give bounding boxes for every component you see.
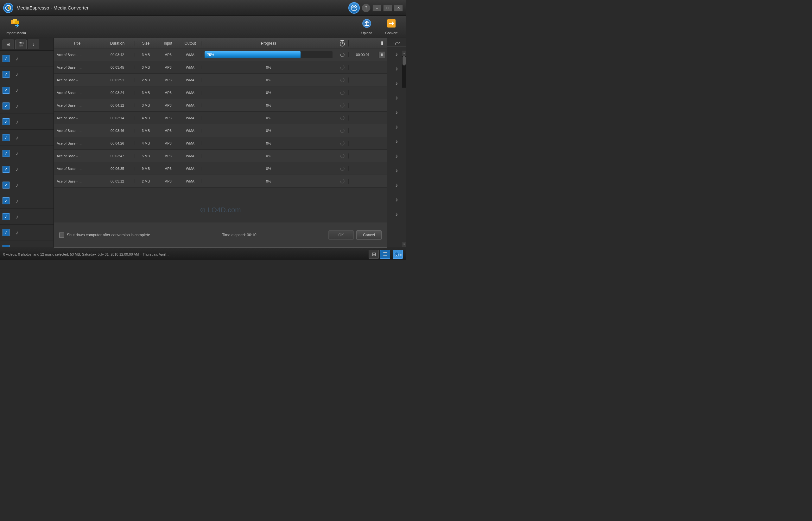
- table-row[interactable]: Ace of Base - ... 00:04:12 3 MB MP3 WMA …: [54, 99, 387, 112]
- scroll-up-arrow[interactable]: ▲: [402, 51, 406, 56]
- checkbox[interactable]: ✓: [2, 118, 9, 125]
- row-duration: 00:03:46: [100, 129, 135, 133]
- checkbox[interactable]: ✓: [2, 87, 9, 94]
- checkbox[interactable]: ✓: [2, 166, 9, 173]
- video-type-btn[interactable]: 🎬: [15, 40, 27, 49]
- progress-bar: [205, 51, 301, 58]
- checkbox[interactable]: ✓: [2, 134, 9, 141]
- time-elapsed-text: Time elapsed: 00:10: [222, 233, 256, 237]
- list-item[interactable]: ✓ ♪: [0, 161, 54, 177]
- shutdown-checkbox[interactable]: [59, 232, 64, 237]
- type-icon: ♪: [391, 107, 402, 118]
- row-input: MP3: [157, 53, 179, 56]
- row-duration: 00:06:35: [100, 167, 135, 171]
- type-icon: ♪: [391, 165, 402, 176]
- titlebar-controls: ? – □ ✕: [348, 2, 403, 14]
- table-row[interactable]: Ace of Base - ... 00:03:45 3 MB MP3 WMA …: [54, 61, 387, 74]
- row-title: Ace of Base - ...: [54, 154, 100, 158]
- row-input: MP3: [157, 116, 179, 120]
- row-output: WMA: [179, 116, 201, 120]
- pause-button[interactable]: ⏸: [379, 51, 385, 58]
- list-item[interactable]: ✓ ♪: [0, 177, 54, 193]
- checkbox[interactable]: ✓: [2, 103, 9, 110]
- row-input: MP3: [157, 66, 179, 69]
- music-type-btn[interactable]: ♪: [28, 40, 39, 49]
- status-text: 0 videos, 0 photos, and 12 music selecte…: [3, 252, 169, 256]
- table-row[interactable]: Ace of Base - ... 00:02:51 2 MB MP3 WMA …: [54, 74, 387, 86]
- checkbox[interactable]: ✓: [2, 229, 9, 236]
- svg-point-19: [340, 141, 344, 145]
- convert-label: Convert: [385, 31, 398, 35]
- list-item[interactable]: ✓ ♪: [0, 225, 54, 241]
- row-size: 3 MB: [135, 53, 157, 56]
- right-toolbar: Upload Convert: [352, 16, 406, 38]
- upload-button[interactable]: Upload: [355, 17, 379, 37]
- import-media-button[interactable]: Import Media: [3, 17, 28, 37]
- list-item[interactable]: ✓ ♪: [0, 51, 54, 66]
- list-item[interactable]: ✓ ♪: [0, 114, 54, 130]
- progress-bar-container: 75%: [205, 51, 333, 58]
- table-row[interactable]: Ace of Base - ... 00:03:14 4 MB MP3 WMA …: [54, 112, 387, 124]
- update-button[interactable]: [348, 2, 360, 14]
- table-row[interactable]: Ace of Base - ... 00:03:12 2 MB MP3 WMA …: [54, 175, 387, 187]
- help-button[interactable]: ?: [362, 3, 370, 12]
- minimize-button[interactable]: –: [372, 4, 381, 12]
- row-spinner: [336, 90, 349, 95]
- table-row[interactable]: Ace of Base - ... 00:03:24 3 MB MP3 WMA …: [54, 86, 387, 99]
- list-item[interactable]: ✓ ♪: [0, 209, 54, 225]
- table-row[interactable]: Ace of Base - ... 00:03:46 3 MB MP3 WMA …: [54, 124, 387, 137]
- conversion-table: Title Duration Size Input Output Progres…: [54, 38, 387, 222]
- checkbox[interactable]: ✓: [2, 71, 9, 78]
- table-row[interactable]: Ace of Base - ... 00:06:35 9 MB MP3 WMA …: [54, 162, 387, 175]
- grid-view-button[interactable]: ⊞: [369, 250, 379, 259]
- checkbox[interactable]: ✓: [2, 245, 9, 247]
- app-title: MediaEspresso - Media Converter: [17, 5, 348, 10]
- list-item[interactable]: ✓ ♪: [0, 193, 54, 209]
- row-progress-cell: 75%: [201, 51, 336, 58]
- row-spinner: [336, 179, 349, 184]
- list-item[interactable]: ✓ ♪: [0, 66, 54, 82]
- checkbox[interactable]: ✓: [2, 213, 9, 220]
- scroll-down-arrow[interactable]: ▼: [402, 242, 406, 247]
- progress-text: 75%: [207, 53, 214, 56]
- checkbox[interactable]: ✓: [2, 55, 9, 62]
- table-row[interactable]: Ace of Base - ... 00:03:42 3 MB MP3 WMA …: [54, 48, 387, 61]
- row-duration: 00:03:14: [100, 116, 135, 120]
- th-progress: Progress: [201, 41, 336, 46]
- convert-icon: [387, 19, 396, 30]
- list-view-button[interactable]: ☰: [380, 250, 390, 259]
- list-item[interactable]: ✓ ♪: [0, 130, 54, 145]
- convert-button[interactable]: Convert: [380, 17, 403, 37]
- row-pause-btn[interactable]: ⏸: [377, 51, 387, 58]
- list-item[interactable]: ✓ ♪: [0, 98, 54, 114]
- list-item[interactable]: ✓ ♪: [0, 82, 54, 98]
- checkbox[interactable]: ✓: [2, 182, 9, 188]
- row-input: MP3: [157, 104, 179, 107]
- maximize-button[interactable]: □: [383, 4, 392, 12]
- row-size: 2 MB: [135, 78, 157, 82]
- list-item[interactable]: ✓: [0, 241, 54, 247]
- close-button[interactable]: ✕: [394, 4, 403, 12]
- lo4d-badge: L O4D: [393, 250, 403, 259]
- row-spinner: [336, 77, 349, 83]
- music-icon: ♪: [12, 85, 22, 95]
- table-row[interactable]: Ace of Base - ... 00:04:26 4 MB MP3 WMA …: [54, 137, 387, 150]
- row-output: WMA: [179, 179, 201, 183]
- all-media-type-btn[interactable]: ⊞: [2, 40, 14, 49]
- checkbox[interactable]: ✓: [2, 150, 9, 157]
- ok-button[interactable]: OK: [328, 230, 354, 240]
- row-title: Ace of Base - ...: [54, 141, 100, 145]
- list-item[interactable]: ✓ ♪: [0, 145, 54, 161]
- type-icon: ♪: [391, 92, 402, 103]
- table-row[interactable]: Ace of Base - ... 00:03:47 5 MB MP3 WMA …: [54, 150, 387, 162]
- shutdown-label: Shut down computer after conversion is c…: [67, 233, 150, 237]
- row-title: Ace of Base - ...: [54, 179, 100, 183]
- svg-point-21: [340, 167, 344, 171]
- checkbox[interactable]: ✓: [2, 197, 9, 204]
- type-header: Type: [387, 40, 406, 47]
- row-progress-cell: 0%: [201, 154, 336, 158]
- table-body[interactable]: Ace of Base - ... 00:03:42 3 MB MP3 WMA …: [54, 48, 387, 222]
- question-mark-icon: ?: [365, 5, 367, 10]
- row-size: 2 MB: [135, 179, 157, 183]
- cancel-button[interactable]: Cancel: [356, 230, 382, 240]
